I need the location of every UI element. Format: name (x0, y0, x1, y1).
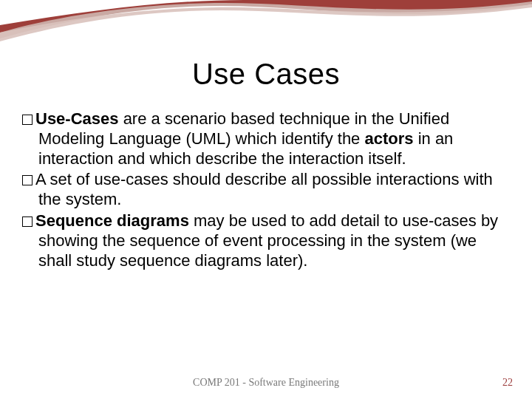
decorative-swoosh (0, 0, 532, 52)
bold-text: Sequence diagrams (35, 211, 189, 230)
bullet-marker-icon (22, 216, 33, 227)
bullet-2: A set of use-cases should describe all p… (22, 170, 511, 210)
body-text: A set of use-cases should describe all p… (35, 170, 493, 208)
bold-text: actors (364, 129, 413, 148)
bullet-marker-icon (22, 175, 33, 185)
bold-text: Use-Cases (35, 109, 119, 128)
bullet-3: Sequence diagrams may be used to add det… (22, 211, 511, 270)
footer-center: COMP 201 - Software Engineering (0, 377, 532, 389)
bullet-1: Use-Cases are a scenario based technique… (22, 109, 511, 168)
slide: Use Cases Use-Cases are a scenario based… (0, 0, 532, 399)
slide-body: Use-Cases are a scenario based technique… (22, 109, 511, 273)
slide-number: 22 (502, 377, 513, 389)
slide-title: Use Cases (0, 58, 532, 91)
bullet-marker-icon (22, 115, 33, 125)
